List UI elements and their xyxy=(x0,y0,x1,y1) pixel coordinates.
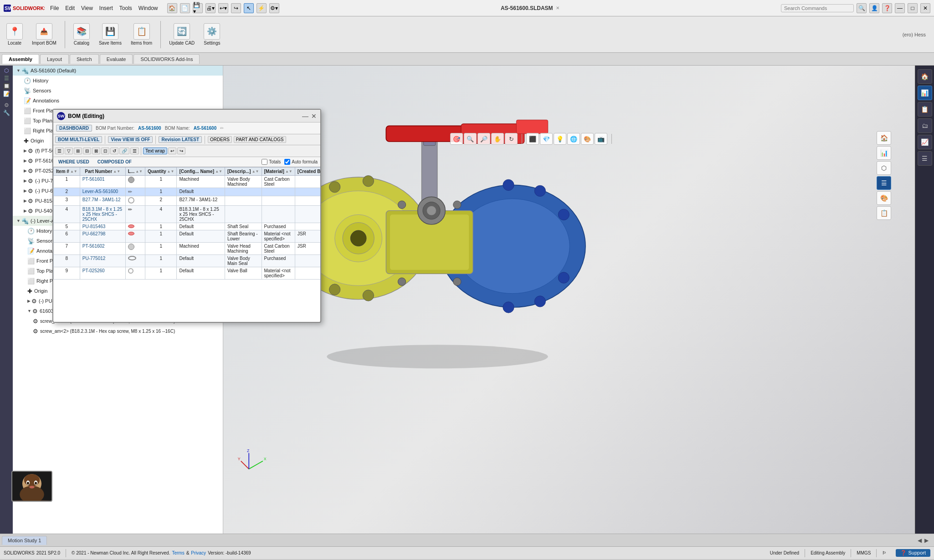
pan-icon[interactable]: ✋ xyxy=(491,133,504,145)
motion-study-1-tab[interactable]: Motion Study 1 xyxy=(2,536,47,545)
section-view-icon[interactable]: ⬛ xyxy=(526,133,539,145)
rp-menu-icon[interactable]: ☰ xyxy=(918,151,932,166)
zoom-extents-icon[interactable]: 🔍 xyxy=(464,133,477,145)
menu-view[interactable]: View xyxy=(81,5,93,11)
table-row[interactable]: 3 B27.7M - 3AM1-12 2 B27.7M - 3AM1-12 xyxy=(54,196,321,206)
bom-redo-btn[interactable]: ↪ xyxy=(177,148,185,154)
bom-tb-refresh[interactable]: ↺ xyxy=(110,148,118,154)
minimize-btn[interactable]: — xyxy=(895,3,905,13)
table-row[interactable]: 6 PU-662798 1 Default Shaft Bearing - Lo… xyxy=(54,230,321,243)
bom-minimize-btn[interactable]: — xyxy=(302,112,308,120)
items-from-tool[interactable]: 📋 Items from xyxy=(128,21,155,47)
table-row[interactable]: 4 B18.3.1M - 8 x 1.25 x 25 Hex SHCS - 25… xyxy=(54,206,321,223)
bom-edit-name-icon[interactable]: ✏ xyxy=(220,126,224,131)
tab-layout[interactable]: Layout xyxy=(40,54,69,64)
bom-type-selector[interactable]: BOM MULTI-LEVEL xyxy=(55,136,102,143)
th-quantity[interactable]: Quantity▲▼ xyxy=(145,168,177,176)
bom-undo-btn[interactable]: ↩ xyxy=(168,148,176,154)
catalog-tool[interactable]: 📚 Catalog xyxy=(71,21,92,47)
update-cad-tool[interactable]: 🔄 Update CAD xyxy=(166,21,197,47)
import-bom-tool[interactable]: 📥 Import BOM xyxy=(29,21,59,47)
th-level[interactable]: L...▲▼ xyxy=(125,168,145,176)
lights-icon[interactable]: 💡 xyxy=(554,133,566,145)
tab-addins[interactable]: SOLIDWORKS Add-Ins xyxy=(133,54,200,64)
bom-tb-list[interactable]: ☰ xyxy=(130,148,139,154)
view3d-icon[interactable]: ⬡ xyxy=(877,161,891,175)
auto-formula-checkbox[interactable] xyxy=(284,159,290,165)
strip-icon-5[interactable]: ⚙ xyxy=(4,102,9,108)
terms-link[interactable]: Terms xyxy=(172,550,184,555)
user-icon[interactable]: 👤 xyxy=(869,3,879,13)
locate-tool[interactable]: 📍 Locate xyxy=(4,21,26,47)
view-settings-icon[interactable]: 📺 xyxy=(595,133,607,145)
menu-window[interactable]: Window xyxy=(139,5,158,11)
list-icon[interactable]: 📋 xyxy=(877,206,891,220)
tree-sensors-1[interactable]: 📡 Sensors xyxy=(13,86,223,96)
rp-folder-icon[interactable]: 🗂 xyxy=(918,118,932,133)
palette-icon[interactable]: 🎨 xyxy=(877,191,891,205)
file-tab-close[interactable]: ✕ xyxy=(556,5,559,10)
save-items-tool[interactable]: 💾 Save Items xyxy=(96,21,124,47)
bom-table-wrapper[interactable]: Item #▲▼ Part Number ▲▼ L...▲▼ Quantity▲… xyxy=(53,167,320,322)
dashboard-btn[interactable]: DASHBOARD xyxy=(56,125,92,132)
scene-icon[interactable]: 🌐 xyxy=(567,133,580,145)
open-btn[interactable]: 📄 xyxy=(180,3,190,13)
help-icon[interactable]: ❓ xyxy=(882,3,892,13)
menu-tools[interactable]: Tools xyxy=(119,5,132,11)
print-btn[interactable]: 🖨▾ xyxy=(205,3,216,13)
bom-where-used-btn[interactable]: WHERE USED xyxy=(56,158,92,165)
strip-icon-6[interactable]: 🔧 xyxy=(3,110,10,116)
redo-btn[interactable]: ↪ xyxy=(231,3,241,13)
rp-list-icon[interactable]: 📋 xyxy=(918,102,932,117)
motion-scroll-right[interactable]: ▶ xyxy=(924,537,929,544)
tab-sketch[interactable]: Sketch xyxy=(70,54,99,64)
table-row[interactable]: 7 PT-561602 1 Machined Valve Head Machin… xyxy=(54,243,321,255)
zoom-area-icon[interactable]: 🔎 xyxy=(477,133,490,145)
bom-view-selector[interactable]: View VIEW IS OFF xyxy=(108,136,153,143)
undo-btn[interactable]: ↩▾ xyxy=(218,3,228,13)
th-created-by[interactable]: [Created By]▲▼ xyxy=(295,168,320,176)
search-input[interactable] xyxy=(781,4,854,12)
table-row[interactable]: 8 PU-775012 1 Default Valve Body Main Se… xyxy=(54,255,321,267)
chart-icon[interactable]: 📊 xyxy=(877,146,891,160)
select-btn[interactable]: ↖ xyxy=(244,3,254,13)
menu-insert[interactable]: Insert xyxy=(99,5,113,11)
search-icon[interactable]: 🔍 xyxy=(857,3,867,13)
macro-btn[interactable]: ⚡ xyxy=(257,3,267,13)
support-btn[interactable]: ❓ Support xyxy=(896,549,930,557)
table-row[interactable]: 1 PT-561601 1 Machined Valve Body Machin… xyxy=(54,176,321,188)
table-row[interactable]: 9 PT-025260 1 Default Valve Ball Materia… xyxy=(54,267,321,280)
th-config[interactable]: [Config... Name]▲▼ xyxy=(177,168,225,176)
bom-auto-formula-check[interactable]: Auto formula xyxy=(284,159,318,165)
tree-screw-am2[interactable]: ⚙ screw_am<2> (B18.2.3.1M - Hex cap scre… xyxy=(13,326,223,336)
close-btn[interactable]: ✕ xyxy=(920,3,930,13)
strip-icon-1[interactable]: ⬡ xyxy=(4,67,9,74)
strip-icon-3[interactable]: 🔲 xyxy=(3,83,10,89)
save-group[interactable]: 💾▾ xyxy=(193,3,203,13)
settings-btn[interactable]: ⚙▾ xyxy=(269,3,279,13)
bom-orders-btn[interactable]: ORDERS xyxy=(208,136,232,143)
bom-tb-grid4[interactable]: ⊡ xyxy=(101,148,109,154)
unit-select-item[interactable]: 🏳 xyxy=(882,550,887,555)
th-part-number[interactable]: Part Number ▲▼ xyxy=(80,168,125,176)
settings-tool[interactable]: ⚙️ Settings xyxy=(201,21,223,47)
bom-tb-grid1[interactable]: ⊞ xyxy=(74,148,82,154)
bom-tb-add-row[interactable]: ☰ xyxy=(55,148,64,154)
tab-evaluate[interactable]: Evaluate xyxy=(100,54,133,64)
table-row[interactable]: 5 PU-815463 1 Default Shaft Seal Purchas… xyxy=(54,223,321,230)
rp-chart-icon[interactable]: 📈 xyxy=(918,135,932,149)
3d-viewport[interactable]: 🎯 🔍 🔎 ✋ ↻ ⬛ 💎 💡 🌐 🎨 📺 xyxy=(223,66,915,534)
bom-totals-check[interactable]: Totals xyxy=(262,159,281,165)
bom-revision-selector[interactable]: Revision LATEST xyxy=(159,136,202,143)
strip-icon-2[interactable]: ☰ xyxy=(4,75,9,81)
bom-tb-link[interactable]: 🔗 xyxy=(119,148,129,154)
th-material[interactable]: [Material]▲▼ xyxy=(262,168,295,176)
totals-checkbox[interactable] xyxy=(262,159,267,165)
th-description[interactable]: [Descrip...]▲▼ xyxy=(225,168,262,176)
tree-history-1[interactable]: 🕐 History xyxy=(13,76,223,86)
home-view-icon[interactable]: 🏠 xyxy=(877,131,891,145)
tree-root-as561600[interactable]: ▼ 🔩 AS-561600 (Default) xyxy=(13,66,223,76)
menu-file[interactable]: File xyxy=(50,5,59,11)
motion-scroll-left[interactable]: ◀ xyxy=(918,537,922,544)
bom-text-wrap-btn[interactable]: Text wrap xyxy=(143,148,167,154)
